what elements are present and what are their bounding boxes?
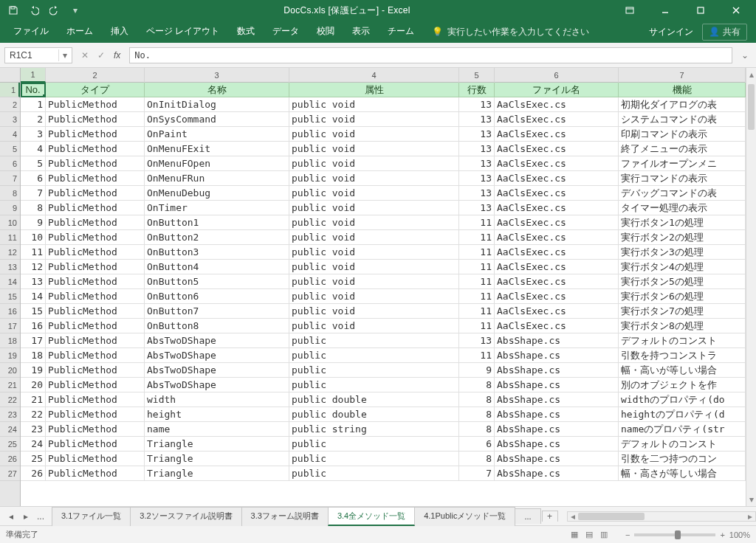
- data-cell[interactable]: 22: [21, 407, 46, 421]
- ribbon-display-button[interactable]: [613, 0, 647, 21]
- data-cell[interactable]: 13: [459, 201, 495, 215]
- sheet-tab[interactable]: 4.1Publicメソッド一覧: [414, 507, 515, 526]
- data-cell[interactable]: PublicMethod: [46, 466, 145, 480]
- scroll-down-icon[interactable]: ▾: [746, 493, 756, 506]
- data-cell[interactable]: 引数を持つコンストラ: [619, 348, 746, 362]
- data-cell[interactable]: AaClsExec.cs: [495, 215, 619, 229]
- data-cell[interactable]: 15: [21, 304, 46, 318]
- data-cell[interactable]: 18: [21, 348, 46, 362]
- data-cell[interactable]: public void: [289, 97, 459, 111]
- column-header[interactable]: 7: [619, 68, 746, 83]
- data-cell[interactable]: widthのプロパティ(do: [619, 392, 746, 407]
- data-cell[interactable]: PublicMethod: [46, 230, 145, 244]
- data-cell[interactable]: 11: [21, 245, 46, 259]
- data-cell[interactable]: PublicMethod: [46, 333, 145, 347]
- data-cell[interactable]: AbsShape.cs: [495, 333, 619, 347]
- data-cell[interactable]: 引数を二つ持つのコン: [619, 452, 746, 466]
- data-cell[interactable]: AaClsExec.cs: [495, 127, 619, 141]
- header-cell[interactable]: 名称: [145, 83, 289, 97]
- data-cell[interactable]: 19: [21, 363, 46, 377]
- data-cell[interactable]: AbsShape.cs: [495, 466, 619, 480]
- row-header[interactable]: 2: [0, 97, 20, 112]
- data-cell[interactable]: PublicMethod: [46, 201, 145, 215]
- data-cell[interactable]: 8: [459, 452, 495, 466]
- row-header[interactable]: 12: [0, 245, 20, 260]
- data-cell[interactable]: 実行ボタン8の処理: [619, 319, 746, 333]
- zoom-knob[interactable]: [675, 530, 681, 539]
- row-header[interactable]: 22: [0, 392, 20, 407]
- data-cell[interactable]: 実行ボタン2の処理: [619, 230, 746, 244]
- data-cell[interactable]: AaClsExec.cs: [495, 142, 619, 156]
- row-header[interactable]: 19: [0, 348, 20, 363]
- data-cell[interactable]: 13: [21, 274, 46, 288]
- row-header[interactable]: 11: [0, 230, 20, 245]
- zoom-in-button[interactable]: +: [720, 530, 724, 539]
- data-cell[interactable]: 8: [459, 422, 495, 436]
- data-cell[interactable]: public void: [289, 245, 459, 259]
- data-cell[interactable]: 13: [459, 186, 495, 200]
- data-cell[interactable]: Triangle: [145, 466, 289, 480]
- data-cell[interactable]: Triangle: [145, 452, 289, 466]
- data-cell[interactable]: AaClsExec.cs: [495, 260, 619, 274]
- maximize-button[interactable]: [684, 0, 718, 21]
- ribbon-tab[interactable]: データ: [264, 21, 308, 44]
- data-cell[interactable]: 9: [21, 215, 46, 229]
- data-cell[interactable]: AaClsExec.cs: [495, 186, 619, 200]
- data-cell[interactable]: 11: [459, 260, 495, 274]
- data-cell[interactable]: AaClsExec.cs: [495, 201, 619, 215]
- hscroll-thumb[interactable]: [578, 513, 645, 520]
- data-cell[interactable]: Triangle: [145, 437, 289, 451]
- data-cell[interactable]: PublicMethod: [46, 378, 145, 392]
- data-cell[interactable]: 実行ボタン7の処理: [619, 304, 746, 318]
- data-cell[interactable]: PublicMethod: [46, 319, 145, 333]
- data-cell[interactable]: AbsTwoDShape: [145, 348, 289, 362]
- vertical-scrollbar[interactable]: ▴ ▾: [746, 68, 756, 506]
- data-cell[interactable]: PublicMethod: [46, 289, 145, 303]
- data-cell[interactable]: public void: [289, 230, 459, 244]
- data-cell[interactable]: public double: [289, 407, 459, 421]
- data-cell[interactable]: public string: [289, 422, 459, 436]
- data-cell[interactable]: デフォルトのコンスト: [619, 437, 746, 451]
- data-cell[interactable]: PublicMethod: [46, 274, 145, 288]
- sheet-tab[interactable]: 3.2ソースファイル説明書: [130, 507, 241, 526]
- data-cell[interactable]: 1: [21, 97, 46, 111]
- data-cell[interactable]: PublicMethod: [46, 363, 145, 377]
- data-cell[interactable]: OnButton6: [145, 289, 289, 303]
- enter-formula-icon[interactable]: ✓: [97, 50, 105, 60]
- data-cell[interactable]: 13: [459, 171, 495, 185]
- data-cell[interactable]: AbsTwoDShape: [145, 378, 289, 392]
- row-header[interactable]: 10: [0, 215, 20, 230]
- data-cell[interactable]: AaClsExec.cs: [495, 289, 619, 303]
- data-cell[interactable]: AbsShape.cs: [495, 422, 619, 436]
- data-cell[interactable]: デバッグコマンドの表: [619, 186, 746, 200]
- sheet-tab[interactable]: 3.3フォーム説明書: [241, 507, 329, 526]
- data-cell[interactable]: 7: [459, 466, 495, 480]
- data-cell[interactable]: 8: [21, 201, 46, 215]
- data-cell[interactable]: PublicMethod: [46, 215, 145, 229]
- data-cell[interactable]: AaClsExec.cs: [495, 156, 619, 170]
- data-cell[interactable]: 終了メニューの表示: [619, 142, 746, 156]
- data-cell[interactable]: public double: [289, 392, 459, 407]
- data-cell[interactable]: 別のオブジェクトを作: [619, 378, 746, 392]
- data-cell[interactable]: 初期化ダイアログの表: [619, 97, 746, 111]
- data-cell[interactable]: AaClsExec.cs: [495, 230, 619, 244]
- data-cell[interactable]: 2: [21, 112, 46, 126]
- data-cell[interactable]: public void: [289, 142, 459, 156]
- data-cell[interactable]: システムコマンドの表: [619, 112, 746, 126]
- data-cell[interactable]: 21: [21, 392, 46, 407]
- header-cell[interactable]: 行数: [459, 83, 495, 97]
- data-cell[interactable]: PublicMethod: [46, 348, 145, 362]
- column-header[interactable]: 2: [46, 68, 145, 83]
- data-cell[interactable]: AaClsExec.cs: [495, 304, 619, 318]
- data-cell[interactable]: width: [145, 392, 289, 407]
- data-cell[interactable]: PublicMethod: [46, 452, 145, 466]
- sheet-tab[interactable]: 3.1ファイル一覧: [52, 507, 131, 526]
- data-cell[interactable]: 印刷コマンドの表示: [619, 127, 746, 141]
- data-cell[interactable]: OnButton8: [145, 319, 289, 333]
- data-cell[interactable]: public void: [289, 215, 459, 229]
- data-cell[interactable]: public void: [289, 127, 459, 141]
- data-cell[interactable]: PublicMethod: [46, 392, 145, 407]
- row-header[interactable]: 20: [0, 363, 20, 378]
- sheet-more-left[interactable]: ...: [35, 511, 46, 522]
- data-cell[interactable]: OnTimer: [145, 201, 289, 215]
